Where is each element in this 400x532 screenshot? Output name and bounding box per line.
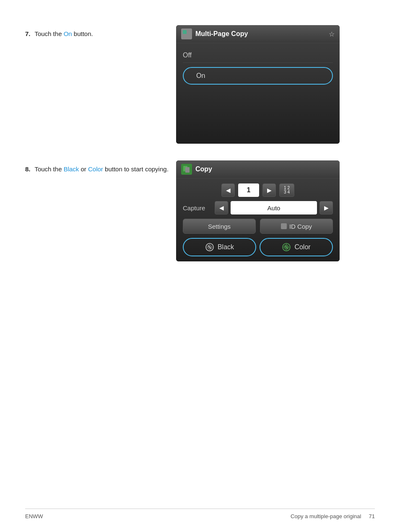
footer-right-text: Copy a multiple-page original bbox=[291, 513, 361, 519]
svg-rect-1 bbox=[187, 30, 190, 34]
copy-capture-label: Capture bbox=[183, 204, 212, 212]
svg-rect-5 bbox=[185, 167, 190, 173]
copy-idcopy-button[interactable]: ID Copy bbox=[260, 219, 333, 234]
copy-idcopy-label: ID Copy bbox=[289, 223, 312, 230]
idcopy-icon bbox=[281, 223, 287, 229]
step-8-text: 8. Touch the Black or Color button to st… bbox=[25, 160, 176, 174]
step-8-text-middle: or bbox=[81, 165, 88, 173]
copy-capture-next-button[interactable]: ▶ bbox=[319, 201, 333, 214]
mpc-header-title: Multi-Page Copy bbox=[195, 30, 329, 38]
mpc-option-on-container: On bbox=[183, 67, 333, 85]
copy-capture-row: Capture ◀ Auto ▶ bbox=[183, 201, 333, 214]
footer-right: Copy a multiple-page original 71 bbox=[291, 513, 375, 519]
page-content: 7. Touch the On button. Multi-Page Copy … bbox=[0, 0, 400, 287]
svg-rect-2 bbox=[183, 34, 186, 38]
black-button-icon bbox=[205, 243, 214, 252]
copy-quantity-row: ◀ 1 ▶ 1 23 4 bbox=[183, 183, 333, 197]
step-8-text-before: Touch the bbox=[34, 165, 63, 173]
copy-header-icon bbox=[181, 164, 192, 175]
svg-rect-0 bbox=[183, 30, 187, 34]
page-footer: ENWW Copy a multiple-page original 71 bbox=[25, 509, 375, 519]
copy-color-button[interactable]: Color bbox=[260, 238, 333, 256]
copy-settings-row: Settings ID Copy bbox=[183, 219, 333, 234]
mpc-header-icon bbox=[181, 28, 192, 39]
step-7-text: 7. Touch the On button. bbox=[25, 25, 176, 39]
copy-sort-icon: 1 23 4 bbox=[279, 183, 294, 197]
step-7-number: 7. bbox=[25, 30, 31, 37]
copy-action-row: Black Color bbox=[183, 238, 333, 256]
step-8-link-black: Black bbox=[64, 165, 79, 173]
step-8-container: 8. Touch the Black or Color button to st… bbox=[25, 160, 375, 261]
copy-capture-value: Auto bbox=[231, 201, 317, 214]
step-7-text-before: Touch the bbox=[34, 30, 63, 37]
copy-header-title: Copy bbox=[195, 165, 212, 173]
copy-black-label: Black bbox=[218, 243, 234, 251]
step-8-number: 8. bbox=[25, 165, 31, 173]
mpc-on-button[interactable]: On bbox=[183, 67, 333, 85]
copy-capture-prev-button[interactable]: ◀ bbox=[215, 201, 228, 214]
step-8-link-color: Color bbox=[88, 165, 103, 173]
step-7-text-after: button. bbox=[74, 30, 93, 37]
footer-page-number: 71 bbox=[369, 513, 375, 519]
copy-settings-button[interactable]: Settings bbox=[183, 219, 256, 234]
copy-increment-button[interactable]: ▶ bbox=[262, 183, 276, 197]
copy-quantity-display: 1 bbox=[238, 183, 259, 197]
copy-header: Copy bbox=[176, 160, 340, 178]
mpc-option-off: Off bbox=[183, 48, 333, 63]
mpc-star: ☆ bbox=[329, 30, 335, 38]
copy-decrement-button[interactable]: ◀ bbox=[221, 183, 235, 197]
copy-color-label: Color bbox=[294, 243, 310, 251]
step-8-text-after: button to start copying. bbox=[105, 165, 169, 173]
footer-left: ENWW bbox=[25, 513, 43, 519]
copy-body: ◀ 1 ▶ 1 23 4 Capture ◀ Auto ▶ Settings bbox=[176, 178, 340, 261]
step-7-container: 7. Touch the On button. Multi-Page Copy … bbox=[25, 25, 375, 144]
mpc-body: Off On bbox=[176, 43, 340, 144]
svg-rect-3 bbox=[187, 34, 190, 38]
mpc-header: Multi-Page Copy ☆ bbox=[176, 25, 340, 43]
copy-black-button[interactable]: Black bbox=[183, 238, 256, 256]
mpc-screen: Multi-Page Copy ☆ Off On bbox=[176, 25, 340, 144]
step-7-link-on: On bbox=[64, 30, 72, 37]
color-button-icon bbox=[282, 243, 291, 252]
copy-screen: Copy ◀ 1 ▶ 1 23 4 Capture ◀ Auto ▶ bbox=[176, 160, 340, 261]
